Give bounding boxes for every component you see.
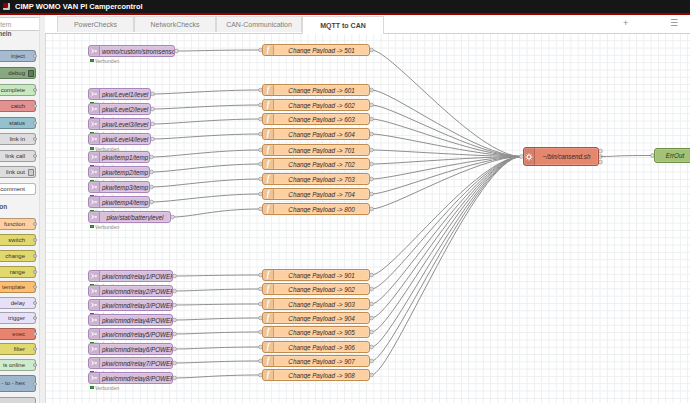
palette-node-label: exec [12,331,25,337]
node-label: pkw/cmnd/relay2/POWER [100,288,172,295]
palette-node-port [33,121,37,125]
node-label: Change Payload -> 704 [274,191,369,198]
change-node-902[interactable]: fChange Payload -> 902 [262,283,370,295]
palette-node-change[interactable]: change [0,250,36,262]
flow-tab-can-communication[interactable]: CAN-Communication [216,16,302,32]
palette-node-partial[interactable] [0,397,36,403]
change-node-908[interactable]: fChange Payload -> 908 [262,369,370,381]
mqtt-node-cmnd-relay7[interactable]: pkw/cmnd/relay7/POWER [88,357,173,369]
mqtt-node-stat-batterylevel[interactable]: pkw/stat/batterylevel [88,211,171,223]
palette-node-switch[interactable]: switch [0,234,36,246]
change-node-901[interactable]: fChange Payload -> 901 [262,269,370,281]
change-node-501[interactable]: fChange Payload -> 501 [262,44,370,56]
mqtt-node-temp3-temp[interactable]: pkw/temp3/temp [88,181,150,193]
mqtt-antenna-icon [89,300,100,310]
palette-node-debug[interactable]: debug [0,67,36,79]
function-icon: f [263,284,274,294]
palette-node-link-in[interactable]: link in [0,133,36,145]
mqtt-node-cmnd-relay2[interactable]: pkw/cmnd/relay2/POWER [88,285,173,297]
mqtt-node-cmnd-relay6[interactable]: pkw/cmnd/relay6/POWER [88,343,173,355]
mqtt-node-Level3-level[interactable]: pkw/Level3/level [88,118,151,130]
mqtt-node-temp4-temp[interactable]: pkw/temp4/temp [88,196,150,208]
change-node-603[interactable]: fChange Payload -> 603 [262,113,370,125]
palette-node-template[interactable]: template [0,281,36,293]
palette-node-label: debug [8,70,25,76]
mqtt-node-cmnd-relay3[interactable]: pkw/cmnd/relay3/POWER [88,299,173,311]
status-text: Verbunden [95,385,119,391]
palette-node-string-to-hex[interactable]: string - to - hex [0,375,36,392]
palette-node-delay[interactable]: delay [0,297,36,309]
palette-node-function[interactable]: function [0,218,36,230]
palette-node-label: link out [6,169,25,175]
change-node-906[interactable]: fChange Payload -> 906 [262,341,370,353]
palette-node-inject[interactable]: inject [0,50,36,62]
change-node-905[interactable]: fChange Payload -> 905 [262,326,370,338]
link-out-node-errout[interactable]: ErrOut [654,148,690,163]
palette-node-port [33,382,37,386]
palette-node-label: template [2,284,25,290]
palette-node-complete[interactable]: complete [0,84,36,96]
mqtt-antenna-icon [89,89,100,99]
palette-node-label: function [4,221,25,227]
mqtt-antenna-icon [89,46,100,56]
mqtt-node-Level1-level[interactable]: pkw/Level1/level [88,88,151,100]
change-node-904[interactable]: fChange Payload -> 904 [262,312,370,324]
status-text: Verbunden [95,58,119,64]
palette-filter-input[interactable]: Nodes filtern [0,17,44,31]
tab-list-button[interactable]: ☰ [670,18,678,29]
mqtt-node-Level4-level[interactable]: pkw/Level4/level [88,133,151,145]
exec-node-cansend[interactable]: ~/bin/cansend.sh [523,147,599,166]
mqtt-node-cmnd-relay4[interactable]: pkw/cmnd/relay4/POWER [88,314,173,326]
node-label: Change Payload -> 603 [274,116,369,123]
mqtt-node-stromsensor[interactable]: womo/custom/stromsensor [88,45,175,57]
change-node-800[interactable]: fChange Payload -> 800 [262,203,370,215]
node-label: Change Payload -> 601 [274,87,369,94]
palette-node-comment[interactable]: comment [0,183,36,195]
mqtt-node-cmnd-relay8[interactable]: pkw/cmnd/relay8/POWER [88,372,173,384]
palette-node-link-call[interactable]: link call [0,150,36,162]
change-node-907[interactable]: fChange Payload -> 907 [262,355,370,367]
palette-node-catch[interactable]: catch [0,100,36,112]
palette-node-button[interactable] [28,169,34,176]
function-icon: f [263,342,274,352]
flow-tab-mqtt-to-can[interactable]: MQTT to CAN [302,16,384,34]
mqtt-node-cmnd-relay5[interactable]: pkw/cmnd/relay5/POWER [88,328,173,340]
mqtt-node-temp1-temp[interactable]: pkw/temp1/temp [88,151,150,163]
node-label: Change Payload -> 701 [274,147,369,154]
function-icon: f [263,174,274,184]
node-label: Change Payload -> 901 [274,272,369,279]
change-node-903[interactable]: fChange Payload -> 903 [262,298,370,310]
mqtt-node-cmnd-relay1[interactable]: pkw/cmnd/relay1/POWER [88,270,173,282]
mqtt-antenna-icon [89,134,100,144]
palette-node-status[interactable]: status [0,117,36,129]
change-node-602[interactable]: fChange Payload -> 602 [262,99,370,111]
change-node-703[interactable]: fChange Payload -> 703 [262,173,370,185]
change-node-702[interactable]: fChange Payload -> 702 [262,158,370,170]
palette-node-button[interactable] [28,70,34,77]
flow-tab-powerchecks[interactable]: PowerChecks [57,16,134,32]
mqtt-node-Level2-level[interactable]: pkw/Level2/level [88,103,151,115]
palette-node-link-out[interactable]: link out [0,166,36,178]
function-icon: f [263,299,274,309]
palette-category-funktion[interactable]: > funktion [0,203,46,210]
flow-tab-networkchecks[interactable]: NetworkChecks [134,16,216,32]
change-node-701[interactable]: fChange Payload -> 701 [262,144,370,156]
palette-node-exec[interactable]: exec [0,328,36,340]
change-node-704[interactable]: fChange Payload -> 704 [262,188,370,200]
function-icon: f [263,204,274,214]
node-status: Verbunden [90,58,119,64]
palette-node-trigger[interactable]: trigger [0,312,36,324]
node-palette: Nodes filtern > allgemeininjectdebugcomp… [0,15,46,403]
change-node-601[interactable]: fChange Payload -> 601 [262,84,370,96]
palette-node-is-online[interactable]: is online [0,359,36,371]
tab-add-button[interactable]: + [623,18,628,29]
change-node-604[interactable]: fChange Payload -> 604 [262,128,370,140]
palette-node-range[interactable]: range [0,266,36,278]
mqtt-node-temp2-temp[interactable]: pkw/temp2/temp [88,166,150,178]
app-title: CIMP WOMO VAN PI Campercontrol [15,2,143,11]
node-label: pkw/Level1/level [100,91,150,98]
palette-node-port [33,238,37,242]
palette-node-filter[interactable]: filter [0,343,36,355]
palette-node-label: range [10,269,25,275]
palette-category-allgemein[interactable]: > allgemein [0,30,46,37]
